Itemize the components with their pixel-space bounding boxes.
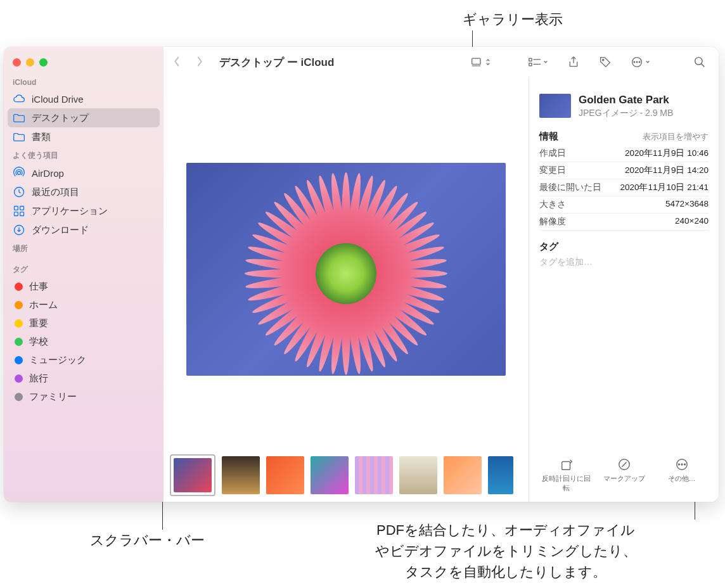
- tags-button[interactable]: [595, 54, 615, 70]
- tag-dot-icon: [15, 356, 23, 364]
- show-more-button[interactable]: 表示項目を増やす: [643, 131, 709, 143]
- scrubber-bar[interactable]: [164, 454, 529, 502]
- view-switcher-button[interactable]: [467, 54, 494, 70]
- callout-scrubber-bar: スクラバー・バー: [90, 531, 205, 550]
- callout-gallery-view: ギャラリー表示: [463, 10, 563, 29]
- callout-text-line: やビデオファイルをトリミングしたり、: [303, 540, 709, 561]
- forward-button[interactable]: [195, 56, 204, 69]
- sidebar-section-locations: 場所: [4, 240, 164, 257]
- callout-text-line: PDFを結合したり、オーディオファイル: [303, 520, 709, 540]
- thumbnail[interactable]: [444, 456, 482, 494]
- action-menu-button[interactable]: [627, 54, 654, 70]
- info-row-last-opened: 最後に開いた日2020年11月10日 21:41: [539, 179, 709, 196]
- download-icon: [13, 224, 25, 236]
- thumbnail[interactable]: [311, 456, 349, 494]
- quick-actions: 反時計回りに回転 マークアップ その他…: [539, 452, 709, 495]
- sidebar-item-label: AirDrop: [32, 168, 64, 179]
- sidebar-tag-family[interactable]: ファミリー: [4, 388, 164, 406]
- sidebar-item-label: 重要: [29, 317, 48, 329]
- content-row: document.write(Array.from({length:48},(_…: [164, 77, 719, 502]
- svg-point-19: [678, 464, 679, 465]
- sidebar-item-documents[interactable]: 書類: [4, 127, 164, 146]
- preview-area: document.write(Array.from({length:48},(_…: [164, 77, 529, 454]
- svg-point-21: [684, 464, 685, 465]
- thumbnail[interactable]: [399, 456, 437, 494]
- inspector-thumbnail: [539, 94, 571, 118]
- svg-rect-4: [15, 212, 18, 216]
- file-subtitle: JPEGイメージ - 2.9 MB: [579, 108, 673, 119]
- sidebar-section-favorites: よく使う項目: [4, 146, 164, 163]
- info-row-dimensions: 大きさ5472×3648: [539, 196, 709, 214]
- tag-dot-icon: [15, 374, 23, 383]
- svg-rect-5: [20, 212, 24, 216]
- zoom-button[interactable]: [39, 58, 48, 67]
- sidebar-item-label: 旅行: [29, 373, 48, 385]
- more-actions-button[interactable]: その他…: [655, 457, 709, 493]
- thumbnail[interactable]: [488, 456, 513, 494]
- sidebar-item-label: 書類: [32, 131, 51, 143]
- sidebar-section-tags: タグ: [4, 260, 164, 278]
- sidebar-tag-travel[interactable]: 旅行: [4, 369, 164, 388]
- sidebar-item-label: ホーム: [29, 299, 58, 311]
- markup-button[interactable]: マークアップ: [597, 457, 651, 493]
- rotate-ccw-button[interactable]: 反時計回りに回転: [539, 457, 593, 493]
- sidebar-item-label: ミュージック: [29, 354, 86, 366]
- folder-icon: [13, 131, 25, 143]
- action-label: その他…: [668, 474, 696, 483]
- svg-point-13: [636, 61, 638, 63]
- thumbnail-selected[interactable]: [170, 454, 215, 496]
- back-button[interactable]: [172, 56, 181, 69]
- thumbnail[interactable]: [355, 456, 393, 494]
- share-button[interactable]: [563, 54, 584, 70]
- sidebar-tag-music[interactable]: ミュージック: [4, 351, 164, 369]
- callout-text-line: タスクを自動化したりします。: [303, 561, 709, 582]
- close-button[interactable]: [13, 58, 21, 67]
- inspector-pane: Golden Gate Park JPEGイメージ - 2.9 MB 情報 表示…: [529, 77, 719, 502]
- sidebar-item-recents[interactable]: 最近の項目: [4, 182, 164, 201]
- svg-rect-16: [561, 461, 570, 470]
- sidebar-item-icloud-drive[interactable]: iCloud Drive: [4, 89, 164, 108]
- add-tags-field[interactable]: タグを追加…: [539, 257, 709, 268]
- info-row-created: 作成日2020年11月9日 10:46: [539, 145, 709, 162]
- sidebar-item-label: 最近の項目: [32, 186, 79, 198]
- tag-dot-icon: [15, 319, 23, 328]
- sidebar-item-airdrop[interactable]: AirDrop: [4, 163, 164, 182]
- sidebar-tag-important[interactable]: 重要: [4, 314, 164, 333]
- action-label: マークアップ: [603, 474, 645, 483]
- sidebar-item-label: 仕事: [29, 281, 48, 293]
- sidebar-tag-school[interactable]: 学校: [4, 333, 164, 351]
- minimize-button[interactable]: [26, 58, 34, 67]
- sidebar-item-desktop[interactable]: デスクトップ: [8, 108, 160, 127]
- file-title: Golden Gate Park: [579, 94, 673, 106]
- sidebar-item-label: ファミリー: [29, 391, 77, 403]
- svg-rect-3: [20, 207, 24, 210]
- thumbnail[interactable]: [266, 456, 304, 494]
- svg-point-15: [695, 58, 702, 65]
- window-controls: [4, 53, 164, 74]
- sidebar-section-icloud: iCloud: [4, 74, 164, 89]
- svg-rect-9: [529, 63, 532, 66]
- tag-dot-icon: [15, 338, 23, 346]
- thumbnail[interactable]: [222, 456, 260, 494]
- sidebar-item-downloads[interactable]: ダウンロード: [4, 220, 164, 240]
- info-heading: 情報: [539, 131, 558, 143]
- sidebar-item-label: デスクトップ: [32, 112, 89, 124]
- finder-window: iCloud iCloud Drive デスクトップ 書類 よく使う項目 Air…: [4, 47, 719, 502]
- group-button[interactable]: [525, 54, 552, 70]
- action-label: 反時計回りに回転: [539, 474, 593, 493]
- svg-rect-2: [15, 207, 18, 210]
- sidebar-item-applications[interactable]: アプリケーション: [4, 201, 164, 220]
- sidebar-tag-work[interactable]: 仕事: [4, 278, 164, 296]
- preview-image[interactable]: document.write(Array.from({length:48},(_…: [186, 163, 506, 376]
- sidebar-tag-home[interactable]: ホーム: [4, 296, 164, 314]
- airdrop-icon: [13, 167, 25, 179]
- tag-dot-icon: [15, 393, 23, 401]
- svg-rect-8: [529, 58, 532, 61]
- svg-point-12: [634, 61, 635, 63]
- tag-dot-icon: [15, 301, 23, 309]
- search-button[interactable]: [690, 54, 710, 70]
- sidebar-item-label: アプリケーション: [32, 205, 108, 217]
- apps-icon: [13, 205, 25, 217]
- tags-heading: タグ: [539, 241, 709, 253]
- tag-dot-icon: [15, 283, 23, 291]
